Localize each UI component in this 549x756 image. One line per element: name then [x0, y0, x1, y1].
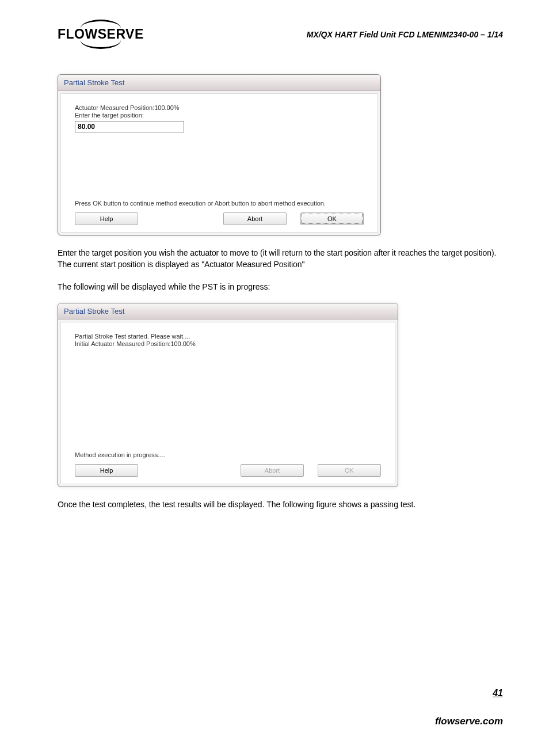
partial-stroke-test-dialog-progress: Partial Stroke Test Partial Stroke Test …: [58, 303, 398, 487]
paragraph-enter-target: Enter the target position you wish the a…: [58, 247, 503, 271]
ok-button[interactable]: OK: [300, 212, 364, 225]
document-title: MX/QX HART Field Unit FCD LMENIM2340-00 …: [307, 30, 503, 39]
footer-site: flowserve.com: [435, 716, 503, 727]
partial-stroke-test-dialog-input: Partial Stroke Test Actuator Measured Po…: [58, 74, 381, 235]
help-button[interactable]: Help: [75, 212, 138, 225]
ok-button: OK: [318, 464, 381, 477]
measured-position-label: Actuator Measured Position:100.00%: [75, 104, 364, 111]
abort-button: Abort: [241, 464, 304, 477]
method-progress-text: Method execution in progress....: [75, 451, 381, 458]
target-position-input[interactable]: [75, 121, 184, 132]
initial-measured-label: Initial Actuator Measured Position:100.0…: [75, 340, 381, 347]
page-header: FLOWSERVE MX/QX HART Field Unit FCD LMEN…: [58, 23, 503, 45]
pst-started-label: Partial Stroke Test started. Please wait…: [75, 333, 381, 340]
enter-target-label: Enter the target position:: [75, 112, 364, 119]
dialog-title: Partial Stroke Test: [58, 303, 398, 320]
abort-button[interactable]: Abort: [223, 212, 287, 225]
help-button[interactable]: Help: [75, 464, 138, 477]
paragraph-test-complete: Once the test completes, the test result…: [58, 499, 503, 510]
dialog-title: Partial Stroke Test: [58, 75, 380, 91]
paragraph-progress-intro: The following will be displayed while th…: [58, 281, 503, 292]
flowserve-logo: FLOWSERVE: [58, 23, 144, 45]
instruction-text: Press OK button to continue method execu…: [75, 200, 364, 207]
page-number: 41: [493, 688, 503, 698]
